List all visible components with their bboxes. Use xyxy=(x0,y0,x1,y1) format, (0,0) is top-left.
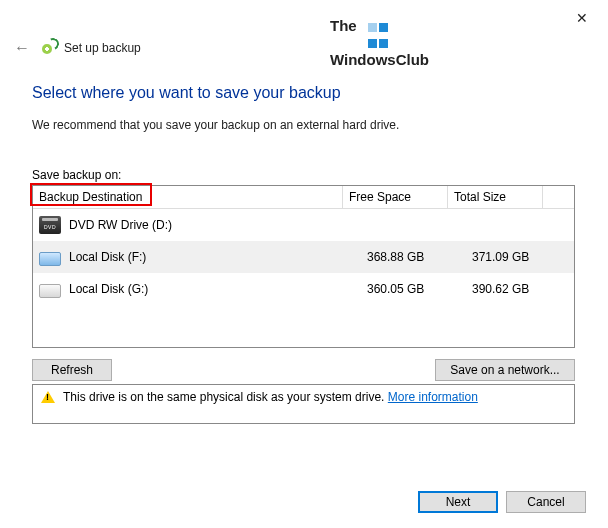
col-total-size[interactable]: Total Size xyxy=(448,186,543,209)
windowsclub-logo: The WindowsClub xyxy=(330,18,429,67)
close-icon[interactable]: ✕ xyxy=(564,6,600,30)
cancel-button[interactable]: Cancel xyxy=(506,491,586,513)
hdd-drive-icon xyxy=(39,252,61,266)
next-button[interactable]: Next xyxy=(418,491,498,513)
drive-size: 390.62 GB xyxy=(472,282,567,296)
more-info-link[interactable]: More information xyxy=(388,390,478,404)
warning-icon xyxy=(41,391,55,403)
warning-box: This drive is on the same physical disk … xyxy=(32,384,575,424)
window-title: Set up backup xyxy=(64,41,141,55)
drive-table: Backup Destination Free Space Total Size… xyxy=(32,185,575,348)
drive-name: DVD RW Drive (D:) xyxy=(69,218,367,232)
table-header: Backup Destination Free Space Total Size xyxy=(33,186,574,209)
col-spacer xyxy=(543,186,574,209)
save-network-button[interactable]: Save on a network... xyxy=(435,359,575,381)
col-free-space[interactable]: Free Space xyxy=(343,186,448,209)
back-arrow-icon[interactable]: ← xyxy=(14,39,30,57)
table-row[interactable]: Local Disk (G:) 360.05 GB 390.62 GB xyxy=(33,273,574,305)
hdd-drive-icon xyxy=(39,284,61,298)
recommend-text: We recommend that you save your backup o… xyxy=(32,118,576,132)
drive-size: 371.09 GB xyxy=(472,250,567,264)
drive-name: Local Disk (G:) xyxy=(69,282,367,296)
table-row[interactable]: DVD RW Drive (D:) xyxy=(33,209,574,241)
logo-tiles-icon xyxy=(367,20,389,52)
refresh-button[interactable]: Refresh xyxy=(32,359,112,381)
warning-text: This drive is on the same physical disk … xyxy=(63,390,478,404)
save-on-label: Save backup on: xyxy=(32,168,576,182)
drive-name: Local Disk (F:) xyxy=(69,250,367,264)
setup-backup-icon xyxy=(40,39,58,57)
drive-free: 368.88 GB xyxy=(367,250,472,264)
col-destination[interactable]: Backup Destination xyxy=(33,186,343,209)
page-title: Select where you want to save your backu… xyxy=(32,84,576,102)
table-row[interactable]: Local Disk (F:) 368.88 GB 371.09 GB xyxy=(33,241,574,273)
dvd-drive-icon xyxy=(39,216,61,234)
drive-free: 360.05 GB xyxy=(367,282,472,296)
